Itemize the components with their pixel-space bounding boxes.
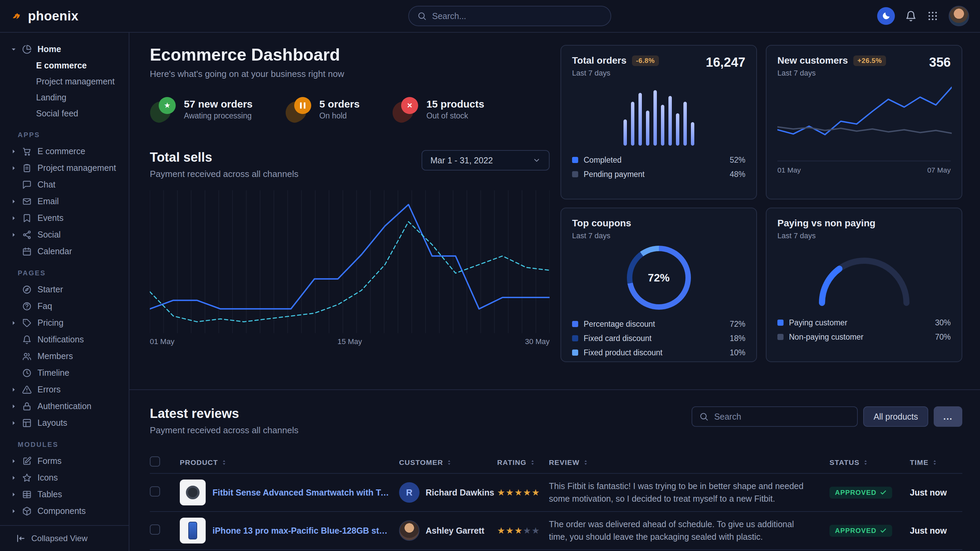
total-orders-badge: -6.8%	[632, 56, 659, 66]
stat-out-of-stock: ✕ 15 products Out of stock	[392, 95, 484, 123]
total-orders-value: 16,247	[706, 55, 745, 70]
help-circle-icon	[22, 302, 32, 311]
sidebar-item-calendar[interactable]: Calendar	[0, 243, 129, 260]
collapsed-view-toggle[interactable]: Collapsed View	[0, 525, 129, 551]
sidebar-item-layouts[interactable]: Layouts	[0, 414, 129, 431]
status-badge: APPROVED	[829, 525, 892, 537]
column-header-rating[interactable]: RATING	[497, 459, 549, 467]
date-range-select[interactable]: Mar 1 - 31, 2022	[422, 150, 550, 170]
new-customers-chart	[777, 84, 952, 155]
total-sells-chart	[150, 190, 550, 333]
sidebar-item-social-feed[interactable]: Social feed	[0, 105, 129, 122]
caret-right-icon	[10, 491, 17, 498]
grid-icon	[927, 10, 939, 22]
product-link[interactable]: iPhone 13 pro max-Pacific Blue-128GB sto…	[213, 526, 392, 536]
reviews-search[interactable]	[692, 407, 858, 427]
reviews-subtitle: Payment received across all channels	[150, 425, 298, 436]
status-badge: APPROVED	[829, 487, 892, 499]
sidebar-item-app-ecommerce[interactable]: E commerce	[0, 143, 129, 160]
sort-icon	[221, 459, 228, 466]
sidebar-item-components[interactable]: Components	[0, 503, 129, 519]
row-checkbox[interactable]	[150, 524, 180, 537]
caret-right-icon	[10, 508, 17, 514]
chevron-down-icon	[533, 156, 541, 164]
sidebar-item-pricing[interactable]: Pricing	[0, 314, 129, 331]
caret-right-icon	[10, 386, 17, 393]
column-header-product[interactable]: PRODUCT	[180, 459, 399, 467]
review-row: iPhone 13 pro max-Pacific Blue-128GB sto…	[150, 512, 962, 550]
phoenix-logo-icon	[11, 10, 22, 22]
customer-cell[interactable]: Ashley Garrett	[399, 520, 497, 541]
on-hold-pause-icon	[285, 95, 313, 123]
topnav: phoenix	[0, 0, 980, 33]
column-header-review[interactable]: REVIEW	[549, 459, 829, 467]
theme-toggle-button[interactable]	[877, 7, 895, 25]
bell-icon	[22, 335, 32, 345]
global-search-input[interactable]	[432, 11, 602, 21]
pie-chart-icon	[22, 44, 32, 54]
global-search[interactable]	[408, 6, 611, 26]
select-all-checkbox[interactable]	[150, 456, 180, 469]
clock-icon	[22, 368, 32, 378]
brand-name: phoenix	[28, 9, 78, 24]
sidebar-item-landing[interactable]: Landing	[0, 89, 129, 105]
main-content: Ecommerce Dashboard Here's what's going …	[129, 33, 980, 551]
reviews-table-header: PRODUCT CUSTOMER RATING REVIEW STATUS TI…	[150, 452, 962, 474]
page-title: Ecommerce Dashboard	[150, 45, 550, 65]
stat-orders-on-hold: 5 orders On hold	[285, 95, 360, 123]
sidebar-item-starter[interactable]: Starter	[0, 281, 129, 298]
new-orders-icon: ★	[150, 95, 177, 123]
sidebar-item-email[interactable]: Email	[0, 193, 129, 210]
stat-new-orders: ★ 57 new orders Awating processing	[150, 95, 253, 123]
share-icon	[22, 230, 32, 240]
caret-right-icon	[10, 148, 17, 155]
sidebar-item-faq[interactable]: Faq	[0, 298, 129, 314]
review-time: Just now	[910, 526, 962, 536]
caret-right-icon	[10, 165, 17, 171]
review-text: The order was delivered ahead of schedul…	[549, 518, 829, 543]
sidebar-item-errors[interactable]: Errors	[0, 381, 129, 398]
column-header-time[interactable]: TIME	[910, 459, 962, 467]
reviews-search-input[interactable]	[714, 412, 850, 422]
sidebar-item-events[interactable]: Events	[0, 210, 129, 226]
legend-paying-customer: Paying customer 30%	[777, 317, 951, 328]
legend-pending-payment: Pending payment 48%	[572, 169, 745, 180]
new-customers-card: New customers +26.5% Last 7 days 356 01 …	[766, 45, 962, 199]
collapse-icon	[16, 534, 25, 543]
check-icon	[880, 527, 887, 534]
caret-right-icon	[10, 403, 17, 410]
total-orders-card: Total orders -6.8% Last 7 days 16,247 Co…	[560, 45, 757, 199]
check-icon	[880, 489, 887, 496]
sidebar-item-authentication[interactable]: Authentication	[0, 398, 129, 414]
product-thumbnail	[180, 518, 206, 543]
sidebar-item-app-project-management[interactable]: Project management	[0, 160, 129, 176]
column-header-customer[interactable]: CUSTOMER	[399, 459, 497, 467]
apps-grid-button[interactable]	[927, 10, 939, 22]
sort-icon	[862, 459, 869, 466]
more-options-button[interactable]: ...	[934, 407, 962, 427]
all-products-button[interactable]: All products	[863, 407, 928, 427]
sidebar-item-icons[interactable]: Icons	[0, 469, 129, 486]
brand[interactable]: phoenix	[11, 9, 78, 24]
sidebar-item-social[interactable]: Social	[0, 226, 129, 243]
notifications-button[interactable]	[905, 10, 917, 22]
sidebar-item-tables[interactable]: Tables	[0, 486, 129, 503]
sidebar-item-timeline[interactable]: Timeline	[0, 365, 129, 381]
caret-down-icon	[10, 46, 17, 53]
product-link[interactable]: Fitbit Sense Advanced Smartwatch with To…	[213, 488, 392, 497]
row-checkbox[interactable]	[150, 486, 180, 499]
calendar-icon	[22, 247, 32, 256]
moon-icon	[881, 11, 891, 21]
sidebar-item-chat[interactable]: Chat	[0, 176, 129, 193]
sidebar-item-members[interactable]: Members	[0, 348, 129, 365]
user-avatar[interactable]	[949, 6, 969, 26]
sidebar-item-ecommerce-dashboard[interactable]: E commerce	[0, 57, 129, 73]
sidebar-item-notifications[interactable]: Notifications	[0, 331, 129, 348]
customer-avatar	[399, 520, 420, 541]
customer-cell[interactable]: R Richard Dawkins	[399, 482, 497, 503]
sidebar-item-project-management-dashboard[interactable]: Project management	[0, 73, 129, 89]
sort-icon	[582, 459, 589, 466]
sidebar-item-forms[interactable]: Forms	[0, 453, 129, 469]
sidebar-item-home[interactable]: Home	[0, 41, 129, 57]
column-header-status[interactable]: STATUS	[829, 459, 910, 467]
